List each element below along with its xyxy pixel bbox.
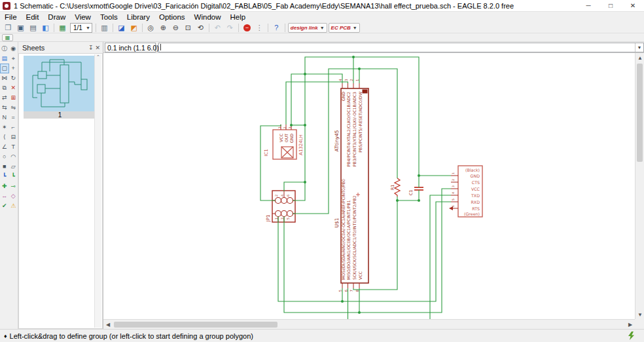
menu-window[interactable]: Window [190,12,226,22]
component-capacitor-c1[interactable]: C1 [408,187,423,195]
scroll-down-icon[interactable]: ▼ [635,310,644,319]
net-junction [396,199,399,202]
copy-tool[interactable]: ⧉ [0,83,9,93]
polygon-tool[interactable]: ▱ [9,162,18,172]
run-options-button[interactable]: ⋮ [253,23,266,33]
zoom-fit-button[interactable]: ◎ [145,23,157,33]
erc-tool[interactable]: ✔ [0,201,9,211]
pinswap-tool[interactable]: ⇄ [0,93,9,103]
net-wire[interactable] [286,82,348,124]
junction-tool[interactable]: ✚ [0,181,9,191]
help-button[interactable]: ? [270,23,283,33]
scroll-left-icon[interactable]: ◀ [103,320,113,329]
sheets-scrollbar[interactable]: ⌃ [94,54,101,328]
component-attiny45[interactable]: GND4PB4/PCINT4/XTAL2/CLKO/OC1B/ADC23PB3/… [334,79,368,292]
grid-settings-button[interactable]: ▦ [2,34,13,41]
horizontal-scrollbar[interactable]: ◀ ▶ [103,319,635,329]
dock-icon[interactable]: ↧ [88,45,94,51]
pcb-quote-button[interactable]: EC PCB▼ [329,23,360,33]
gateswap-tool[interactable]: ⇋ [9,103,18,113]
mirror-tool[interactable]: ⋈ [0,73,9,83]
info-tool[interactable]: ⓘ [0,44,9,54]
zoom-in-button[interactable]: ⊕ [157,23,170,33]
close-panel-icon[interactable]: ✕ [95,45,100,51]
schematic-view-button[interactable]: ◪ [115,23,128,33]
wire-tool[interactable]: ∠ [0,142,9,152]
close-button[interactable]: ✕ [622,0,644,11]
component-ftdi-header[interactable]: (Black)GNDCTSVCCTXDRXDRTS(Green)123456 [449,166,482,217]
group-tool[interactable]: ▢ [0,64,9,73]
grid-button[interactable]: ▦ [56,23,69,33]
zoom-redraw-button[interactable]: ⟲ [194,23,207,33]
component-resistor-r1[interactable]: R1 [390,178,400,197]
miter-tool[interactable]: ⌐ [9,123,18,132]
vertical-scrollbar[interactable]: ▲ ▼ [635,53,644,319]
svg-text:JP1: JP1 [266,215,271,223]
redo-button[interactable]: ↷ [224,23,236,33]
net-wire[interactable] [293,57,452,200]
menu-options[interactable]: Options [154,12,190,22]
use-library-button[interactable]: ▥ [98,23,111,33]
export-image-button[interactable]: ◧ [39,23,52,33]
title-bar: 1 Schematic - C:\Users\xmott\Google Driv… [0,0,644,12]
menu-library[interactable]: Library [122,12,154,22]
menu-tools[interactable]: Tools [96,12,122,22]
component-hall-sensor[interactable]: VCC1OUT2GND3IC1A1324LH [264,124,304,159]
show-tool[interactable]: ◉ [9,44,18,54]
save-button[interactable]: ▣ [14,23,27,33]
zoom-select-button[interactable]: ⊡ [182,23,194,33]
bus-tool[interactable]: ┗ [0,172,9,181]
svg-text:4: 4 [338,79,342,81]
scrollbar-corner [635,319,644,329]
scroll-right-icon[interactable]: ▶ [626,320,635,329]
scroll-up-icon[interactable]: ▲ [635,53,644,62]
svg-text:2: 2 [349,79,353,82]
print-button[interactable]: ▤ [27,23,39,33]
label-tool[interactable]: ⊸ [9,181,18,191]
rect-tool[interactable]: ■ [0,162,9,172]
command-dropdown-icon[interactable]: ▼ [635,43,643,52]
minimize-button[interactable]: ─ [577,0,599,11]
name-tool[interactable]: N [0,113,9,123]
attribute-tool[interactable]: ◇ [9,191,18,201]
split-tool[interactable]: ⟨ [0,132,9,142]
add-part-tool[interactable]: ⊞ [9,93,18,103]
open-button[interactable]: ❒ [2,23,14,33]
value-tool[interactable]: = [9,113,18,123]
net-wire[interactable] [284,182,305,191]
board-view-button[interactable]: ◩ [128,23,140,33]
mark-tool[interactable]: ⌖ [9,54,18,64]
invoke-tool[interactable]: ⊟ [9,132,18,142]
circle-tool[interactable]: ○ [0,152,9,162]
rotate-tool[interactable]: ↻ [9,73,18,83]
component-isp-header[interactable]: 246135JP1 [266,191,295,222]
menu-draw[interactable]: Draw [43,12,70,22]
schematic-canvas[interactable]: GND4PB4/PCINT4/XTAL2/CLKO/OC1B/ADC23PB3/… [103,53,635,319]
undo-button[interactable]: ↶ [211,23,224,33]
zoom-out-button[interactable]: ⊖ [170,23,182,33]
svg-text:6: 6 [452,205,455,207]
display-tool[interactable]: ▤ [0,54,9,64]
designlink-button[interactable]: design link▼ [288,23,327,33]
svg-text:1: 1 [274,218,278,219]
arc-tool[interactable]: ◠ [9,152,18,162]
delete-tool[interactable]: ✕ [9,83,18,93]
sheet-selector[interactable]: 1/1▼ [70,23,92,33]
dimension-tool[interactable]: ↔ [0,191,9,201]
move-tool[interactable]: + [9,64,18,73]
replace-tool[interactable]: ⇆ [0,103,9,113]
menu-file[interactable]: File [0,12,22,22]
text-tool[interactable]: T [9,142,18,152]
workspace: ⓘ◉▤⌖▢+⋈↻⧉✕⇄⊞⇆⇋N=✶⌐⟨⊟∠T○◠■▱┗┗✚⊸↔◇✔⚠ Sheet… [0,42,644,329]
stop-button[interactable]: − [241,23,253,33]
menu-edit[interactable]: Edit [22,12,44,22]
command-input[interactable] [161,43,635,51]
errors-tool[interactable]: ⚠ [9,201,18,211]
svg-text:PB4/PCINT4/XTAL2/CLKO/OC1B/ADC: PB4/PCINT4/XTAL2/CLKO/OC1B/ADC2 [346,92,351,167]
menu-help[interactable]: Help [225,12,250,22]
net-tool[interactable]: ┗ [9,172,18,181]
sheet-thumbnail[interactable]: 1 [24,56,96,119]
maximize-button[interactable]: □ [599,0,622,11]
menu-view[interactable]: View [70,12,96,22]
smash-tool[interactable]: ✶ [0,123,9,132]
